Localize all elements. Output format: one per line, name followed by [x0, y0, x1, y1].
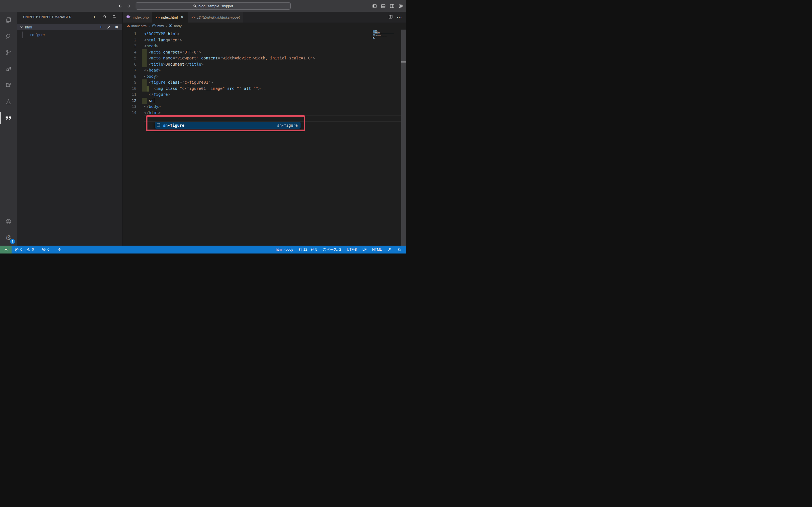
status-bar: >< 000 html › body行 12、列 5スペース: 2UTF-8LF… [0, 245, 406, 253]
layout-panel-icon[interactable] [380, 3, 386, 8]
layout-sidebar-right-icon[interactable] [389, 3, 395, 8]
delete-x-icon[interactable]: ✖ [114, 25, 119, 29]
tree-item-sn-figure[interactable]: sn-figure [17, 32, 122, 38]
line-number: 1 [123, 31, 137, 37]
breadcrumb-body[interactable]: body [168, 24, 182, 29]
changed-line-bar [142, 98, 147, 104]
command-center-text: blog_sample_snippet [199, 4, 233, 8]
status-bell-icon[interactable] [395, 245, 404, 253]
code-line-12[interactable]: 12 sn [123, 98, 406, 104]
tab-index.php[interactable]: index.php [123, 12, 152, 22]
html-angle-icon: <> [192, 15, 195, 19]
line-number: 5 [123, 55, 137, 61]
tab-c24tZmlndXJl.html.snippet[interactable]: <>c24tZmlndXJl.html.snippet [188, 12, 243, 22]
status-html[interactable]: HTML [369, 245, 385, 253]
edit-pencil-icon[interactable] [107, 25, 111, 29]
tree-group-html[interactable]: html +✖ [17, 24, 122, 30]
status-warning-icon[interactable]: 0 [24, 245, 36, 253]
code-line-14[interactable]: 14</html> [123, 110, 406, 116]
more-actions-icon[interactable]: ··· [397, 15, 402, 20]
status--2[interactable]: スペース: 2 [320, 245, 344, 253]
activity-gear-icon[interactable]: ⚙1 [0, 230, 17, 245]
changed-line-bar [142, 55, 147, 61]
snippet-tree: html +✖ sn-figure [17, 24, 122, 38]
activity-files-icon[interactable] [0, 12, 17, 28]
files-icon [5, 17, 11, 23]
close-icon[interactable]: ✕ [180, 15, 185, 20]
code-line-7[interactable]: 7</head> [123, 67, 406, 73]
php-icon [126, 15, 131, 19]
activity-source-control-icon[interactable] [0, 45, 17, 61]
breadcrumb-label: html [157, 24, 164, 28]
status-error-icon[interactable]: 0 [13, 245, 24, 253]
minimap[interactable] [373, 31, 401, 39]
account-icon [5, 219, 11, 225]
code-line-4[interactable]: 4 <meta charset="UTF-8"> [123, 49, 406, 55]
code-line-11[interactable]: 11 </figure> [123, 92, 406, 98]
activity-bar: ⚙1 [0, 12, 17, 245]
gutter-decoration-zone [137, 79, 144, 86]
layout-sidebar-left-icon[interactable] [372, 3, 377, 8]
breadcrumb-separator: › [149, 24, 150, 28]
code-line-3[interactable]: 3<head> [123, 43, 406, 49]
code-line-6[interactable]: 6 <title>Document</title> [123, 61, 406, 68]
status-key-icon[interactable] [385, 245, 395, 253]
status-count: 0 [32, 247, 34, 251]
status-count: 0 [47, 247, 49, 251]
status-html-body[interactable]: html › body [273, 245, 296, 253]
refresh-icon[interactable] [102, 14, 107, 19]
activity-testing-icon[interactable] [0, 94, 17, 110]
add-icon[interactable]: + [99, 25, 103, 29]
back-arrow-icon[interactable] [117, 3, 123, 9]
forward-arrow-icon[interactable] [126, 3, 132, 9]
breadcrumb-index.html[interactable]: <>index.html [126, 24, 147, 28]
search-icon [5, 33, 11, 40]
code-line-8[interactable]: 8<body> [123, 73, 406, 80]
code-line-13[interactable]: 13</body> [123, 104, 406, 110]
activity-account-icon[interactable] [0, 214, 17, 230]
status-lightning-icon[interactable] [55, 245, 63, 253]
html-angle-icon: <> [156, 15, 159, 19]
activity-search-icon[interactable] [0, 28, 17, 45]
status-label: 行 12、列 5 [299, 247, 317, 252]
debug-icon [5, 66, 11, 72]
status--12-5[interactable]: 行 12、列 5 [296, 245, 320, 253]
command-center[interactable]: blog_sample_snippet [136, 2, 291, 10]
breadcrumb-html[interactable]: html [152, 24, 164, 29]
code-line-2[interactable]: 2<html lang="en"> [123, 37, 406, 43]
suggestion-hint: sn-figure [277, 123, 298, 128]
remote-indicator[interactable]: >< [0, 245, 11, 253]
chevron-down-icon[interactable] [19, 25, 23, 29]
add-icon[interactable]: + [92, 14, 97, 19]
changed-line-bar-wide [147, 86, 149, 92]
remote-icon: >< [4, 247, 8, 251]
code-editor[interactable]: 1<!DOCTYPE html>2<html lang="en">3<head>… [123, 30, 406, 245]
status-utf-8[interactable]: UTF-8 [344, 245, 359, 253]
activity-debug-icon[interactable] [0, 61, 17, 77]
activity-extensions-icon[interactable] [0, 77, 17, 94]
gutter-decoration-zone [137, 86, 144, 92]
search-icon [193, 4, 197, 8]
search-small-icon[interactable] [112, 14, 117, 19]
status-lf[interactable]: LF [359, 245, 369, 253]
tree-item-label: sn-figure [31, 33, 45, 37]
layout-customize-icon[interactable] [398, 3, 403, 8]
status-label: html › body [276, 247, 293, 251]
suggest-widget[interactable]: sn-figure sn-figure [155, 122, 301, 129]
code-line-5[interactable]: 5 <meta name="viewport" content="width=d… [123, 55, 406, 61]
status-count: 0 [20, 247, 22, 251]
code-line-10[interactable]: 10 <img class="c-figure01__image" src=""… [123, 86, 406, 92]
activity-quotes-icon[interactable] [0, 110, 17, 126]
code-line-1[interactable]: 1<!DOCTYPE html> [123, 31, 406, 37]
code-line-9[interactable]: 9 <figure class="c-figure01"> [123, 79, 406, 86]
cube-icon [168, 24, 172, 29]
status-ports-icon[interactable]: 0 [40, 245, 51, 253]
status-label: LF [362, 247, 366, 251]
tab-bar: index.php<>index.html✕<>c24tZmlndXJl.htm… [123, 12, 406, 22]
changed-line-bar [142, 79, 147, 86]
status-label: スペース: 2 [323, 247, 341, 252]
split-editor-icon[interactable] [388, 14, 393, 20]
breadcrumb-separator: › [166, 24, 167, 28]
tab-index.html[interactable]: <>index.html✕ [152, 12, 188, 22]
title-bar: blog_sample_snippet [0, 0, 406, 12]
